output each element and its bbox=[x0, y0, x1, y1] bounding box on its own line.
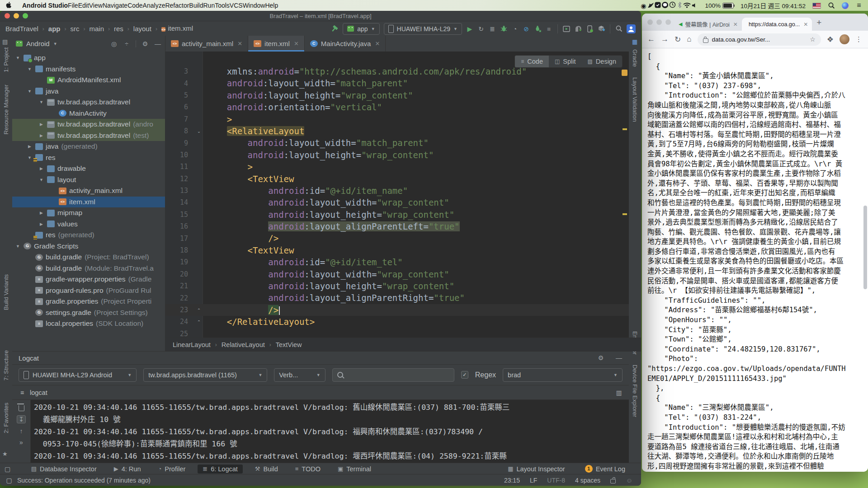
gradle-daemon-icon[interactable]: ☺ bbox=[626, 477, 633, 484]
breadcrumb-item[interactable]: BradTravel bbox=[5, 25, 38, 33]
line-number[interactable]: 20 bbox=[165, 270, 192, 278]
time-machine-icon[interactable] bbox=[669, 1, 676, 9]
menu-item[interactable]: Build bbox=[189, 2, 203, 9]
close-tab-icon[interactable]: ✕ bbox=[733, 21, 738, 28]
url-text[interactable]: data.coa.gov.tw/Ser... bbox=[712, 36, 807, 43]
tree-row[interactable]: gradle-wrapper.properties (Gradle bbox=[12, 274, 165, 285]
breadcrumb-item[interactable]: TextView bbox=[276, 341, 302, 348]
device-manager-icon[interactable] bbox=[586, 25, 594, 33]
menu-item[interactable]: Run bbox=[203, 2, 215, 9]
tree-arrow-icon[interactable]: ▶ bbox=[38, 133, 44, 138]
tree-arrow-icon[interactable]: ▼ bbox=[38, 178, 44, 182]
tree-row[interactable]: res (generated) bbox=[12, 230, 165, 241]
battery-indicator[interactable]: 100% bbox=[705, 2, 734, 9]
run-icon[interactable]: ▶ bbox=[466, 25, 473, 33]
event-log-button[interactable]: 1 Event Log bbox=[580, 464, 630, 474]
apply-changes-icon[interactable]: ⊘ bbox=[523, 25, 530, 33]
notification-center-icon[interactable]: ≡ bbox=[855, 2, 863, 9]
project-view-selector[interactable]: Android bbox=[26, 40, 50, 47]
tree-arrow-icon[interactable]: ▶ bbox=[27, 144, 33, 149]
menu-item[interactable]: Help bbox=[265, 2, 278, 9]
line-number[interactable]: 11 bbox=[165, 163, 192, 171]
tree-row[interactable]: proguard-rules.pro (ProGuard Rul bbox=[12, 285, 165, 296]
regex-checkbox[interactable]: ✓ bbox=[461, 371, 468, 379]
sidebar-item-structure[interactable]: 7: Structure bbox=[3, 350, 9, 380]
toolwindow-button[interactable]: ≡ TODO bbox=[290, 465, 326, 474]
tree-row[interactable]: gradle.properties (Project Properti bbox=[12, 296, 165, 307]
menu-item[interactable]: Navigate bbox=[103, 2, 127, 9]
scroll-to-end-icon[interactable]: ↧ bbox=[17, 415, 26, 423]
forward-icon[interactable]: → bbox=[661, 35, 669, 44]
extension-icon[interactable]: ❖ bbox=[827, 35, 834, 44]
tree-row[interactable]: ▼ Gradle Scripts bbox=[12, 241, 165, 252]
settings-gear-icon[interactable]: ⚙ bbox=[142, 40, 149, 47]
tree-arrow-icon[interactable]: ▼ bbox=[15, 244, 21, 249]
logcat-filter-dropdown[interactable]: brad ▼ bbox=[503, 368, 623, 382]
run-config-dropdown[interactable]: app ▼ bbox=[343, 23, 379, 35]
breadcrumb-item[interactable]: layout bbox=[133, 25, 151, 33]
menu-item[interactable]: VCS bbox=[230, 2, 243, 9]
bluetooth-icon[interactable] bbox=[676, 1, 683, 9]
fold-marker-icon[interactable]: ⌃ bbox=[192, 319, 206, 324]
apple-icon[interactable] bbox=[5, 2, 13, 9]
line-number[interactable]: 16 bbox=[165, 222, 192, 230]
wifi-icon[interactable] bbox=[683, 2, 691, 9]
breadcrumb-item[interactable]: main bbox=[89, 25, 104, 33]
menu-item[interactable]: Refactor bbox=[165, 2, 189, 9]
title-bar[interactable]: BradTravel – item.xml [BradTravel.app] bbox=[0, 11, 641, 21]
line-number[interactable]: 22 bbox=[165, 294, 192, 302]
line-number[interactable]: 3 bbox=[165, 67, 192, 75]
sdk-manager-icon[interactable] bbox=[598, 25, 605, 33]
menu-item[interactable]: Android Studio bbox=[22, 2, 68, 9]
line-number[interactable]: 14 bbox=[165, 198, 192, 206]
logcat-search-input[interactable] bbox=[332, 368, 454, 382]
line-number[interactable]: 17 bbox=[165, 235, 192, 243]
stop-icon[interactable]: ■ bbox=[545, 25, 552, 33]
tree-arrow-icon[interactable]: ▼ bbox=[15, 56, 21, 60]
scroll-up-icon[interactable]: ↑ bbox=[20, 427, 23, 435]
menu-item[interactable]: Window bbox=[243, 2, 265, 9]
close-tab-icon[interactable]: ✕ bbox=[375, 40, 380, 47]
debug-icon[interactable] bbox=[500, 25, 507, 33]
spotlight-search-icon[interactable] bbox=[828, 2, 835, 9]
tree-arrow-icon[interactable]: ▶ bbox=[38, 222, 44, 226]
close-tab-icon[interactable]: ✕ bbox=[237, 40, 242, 47]
line-number[interactable]: 18 bbox=[165, 246, 192, 254]
view-mode-button[interactable]: ≡ Code bbox=[515, 56, 549, 67]
fold-marker-icon[interactable]: ⌃ bbox=[192, 308, 206, 313]
reload-icon[interactable]: ↻ bbox=[675, 35, 681, 44]
columns-icon[interactable]: ▥ bbox=[615, 389, 623, 396]
address-bar[interactable]: data.coa.gov.tw/Ser... ☆ bbox=[698, 33, 821, 46]
breadcrumb-item[interactable]: item.xml bbox=[161, 24, 193, 33]
menu-item[interactable]: File bbox=[68, 2, 78, 9]
new-tab-button[interactable]: + bbox=[816, 18, 821, 27]
tree-row[interactable]: ▶ values bbox=[12, 219, 165, 230]
menu-clock[interactable]: 10月21日 週三 09:41:52 bbox=[741, 1, 806, 10]
menu-item[interactable]: Code bbox=[127, 2, 142, 9]
line-number[interactable]: 15 bbox=[165, 211, 192, 219]
hide-panel-icon[interactable]: ― bbox=[154, 40, 161, 47]
breadcrumb-item[interactable]: LinearLayout bbox=[173, 341, 211, 348]
tree-arrow-icon[interactable]: ▼ bbox=[27, 67, 33, 71]
tree-arrow-icon[interactable]: ▼ bbox=[27, 89, 33, 94]
profile-avatar-icon[interactable] bbox=[627, 25, 636, 33]
logcat-log-area[interactable]: ↧ ↑ » 2020-10-21 09:34:40.146 11655-1165… bbox=[12, 400, 629, 464]
file-encoding[interactable]: UTF-8 bbox=[547, 477, 565, 484]
close-tab-icon[interactable]: ✕ bbox=[803, 21, 808, 28]
menu-item[interactable]: Edit bbox=[78, 2, 89, 9]
menu-item[interactable]: View bbox=[89, 2, 103, 9]
bookmark-star-icon[interactable]: ☆ bbox=[810, 36, 816, 43]
tree-arrow-icon[interactable]: ▶ bbox=[38, 166, 44, 171]
menu-item[interactable]: Analyze bbox=[143, 2, 165, 9]
rerun-icon[interactable]: ↻ bbox=[477, 25, 485, 33]
toolwindow-button[interactable]: ▤ Database Inspector bbox=[26, 465, 102, 474]
tree-arrow-icon[interactable]: ▶ bbox=[38, 122, 44, 127]
line-number[interactable]: 6 bbox=[165, 103, 192, 111]
close-tab-icon[interactable]: ✕ bbox=[294, 40, 299, 47]
apply-code-changes-icon[interactable] bbox=[534, 25, 541, 33]
toolwindow-button[interactable]: ◔ Profiler bbox=[153, 465, 190, 474]
menu-item[interactable]: Tools bbox=[215, 2, 230, 9]
fold-marker-icon[interactable]: ⌄ bbox=[192, 129, 206, 134]
line-number[interactable]: 21 bbox=[165, 282, 192, 290]
profiler-icon[interactable]: ◔ bbox=[511, 25, 519, 33]
